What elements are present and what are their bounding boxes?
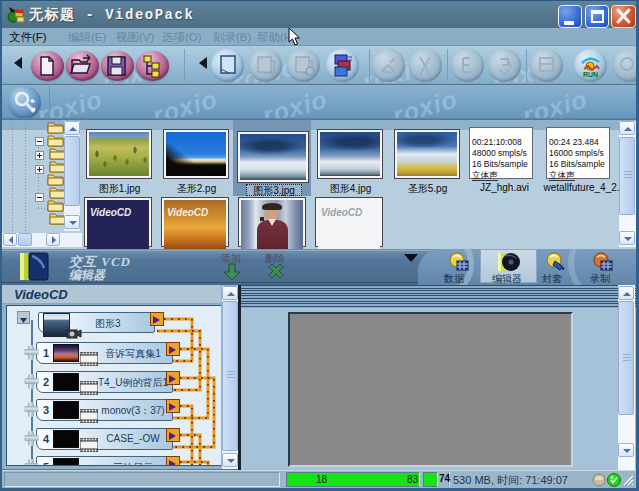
svg-text:RUN: RUN: [583, 71, 598, 78]
